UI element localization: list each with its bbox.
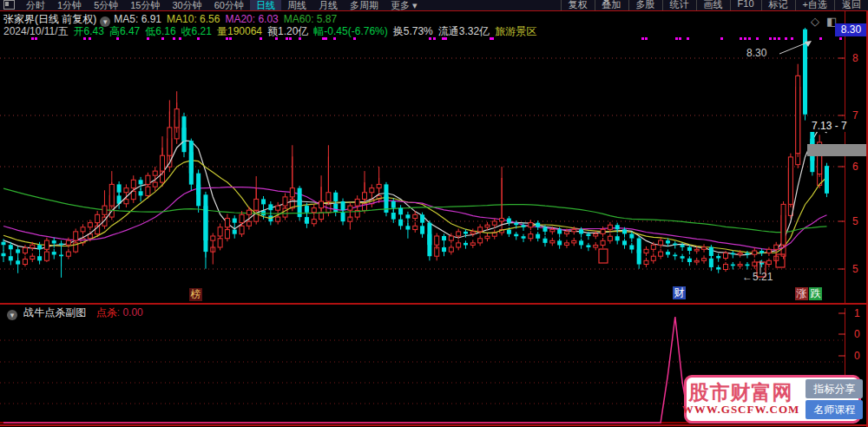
period-tab-1分钟[interactable]: 1分钟 (51, 0, 88, 10)
tag-bang[interactable]: 榜 (189, 288, 202, 301)
trading-app-window: 分时1分钟5分钟15分钟30分钟60分钟日线周线月线多周期更多 ▾ 复权叠加多股… (0, 0, 868, 427)
period-tab-15分钟[interactable]: 15分钟 (124, 0, 166, 10)
sub-axis-label: 0 (854, 350, 860, 362)
price-axis-label: 5 (852, 215, 858, 227)
toolbar-item-F10[interactable]: F10 (730, 0, 761, 11)
bottom-border (0, 424, 868, 426)
axis-max-price-badge: 8.30 (835, 23, 867, 36)
period-tabs: 分时1分钟5分钟15分钟30分钟60分钟日线周线月线多周期更多 ▾ (20, 0, 424, 11)
sub-axis-label: 1 (854, 307, 860, 319)
period-tab-周线[interactable]: 周线 (281, 0, 312, 10)
toolbar-item-多股[interactable]: 多股 (628, 0, 662, 11)
price-axis-label: 5 (852, 263, 858, 275)
period-tab-30分钟[interactable]: 30分钟 (167, 0, 208, 10)
watermark-badge: 指标分享 (806, 379, 863, 398)
main-candlestick-chart[interactable] (0, 11, 868, 303)
tag-cai[interactable]: 财 (673, 286, 686, 299)
toolbar-item-统计[interactable]: 统计 (662, 0, 696, 11)
toolbar-item-标记[interactable]: 标记 (761, 0, 795, 11)
low-price-annotation: ←5.21 (742, 271, 773, 283)
toolbar-item-叠加[interactable]: 叠加 (595, 0, 628, 11)
toolbar-actions: 复权叠加多股统计画线F10标记+自选返回 (561, 0, 868, 11)
watermark-title: 股市财富网 (682, 382, 800, 403)
period-tab-更多 ▾[interactable]: 更多 ▾ (385, 0, 424, 10)
watermark-badges: 指标分享名师课程 (806, 378, 863, 421)
period-tab-60分钟[interactable]: 60分钟 (208, 0, 250, 10)
period-tab-多周期[interactable]: 多周期 (344, 0, 385, 10)
toolbar-item-画线[interactable]: 画线 (696, 0, 730, 11)
tag-die[interactable]: 跌 (809, 287, 822, 300)
period-tab-月线[interactable]: 月线 (312, 0, 344, 10)
period-tab-日线[interactable]: 日线 (250, 0, 281, 10)
period-tab-5分钟[interactable]: 5分钟 (88, 0, 124, 10)
toolbar-item-+自选[interactable]: +自选 (795, 0, 834, 11)
period-tab-分时[interactable]: 分时 (20, 0, 51, 10)
period-toolbar: 分时1分钟5分钟15分钟30分钟60分钟日线周线月线多周期更多 ▾ 复权叠加多股… (0, 0, 868, 11)
high-price-annotation: 8.30 (746, 47, 766, 59)
watermark-badge: 名师课程 (806, 400, 863, 419)
toolbar-item-返回[interactable]: 返回 (834, 0, 868, 11)
watermark-banner: 股市财富网 WWW.GSCFW.COM 指标分享名师课程 (684, 375, 861, 424)
price-axis-label: 8 (852, 52, 858, 64)
tag-zhang[interactable]: 涨 (795, 287, 808, 300)
price-range-tooltip: 7.13 - 7 (810, 120, 849, 132)
window-icon[interactable] (3, 0, 15, 10)
price-range-bar (807, 144, 868, 156)
price-axis-label: 6 (852, 161, 858, 173)
watermark-url: WWW.GSCFW.COM (682, 403, 800, 417)
toolbar-item-复权[interactable]: 复权 (561, 0, 595, 11)
sub-axis-label: 0 (854, 328, 860, 340)
price-axis-label: 7 (852, 109, 858, 122)
